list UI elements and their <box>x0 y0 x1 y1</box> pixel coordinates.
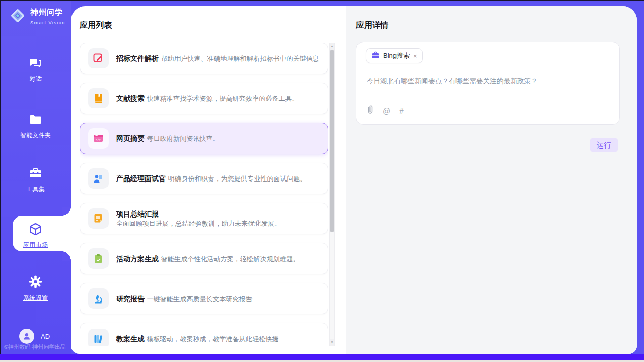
tool-tag-bing-search[interactable]: Bing搜索 × <box>366 48 423 63</box>
sidebar-item-label: 对话 <box>0 75 71 83</box>
app-title: 项目总结汇报 <box>116 210 159 218</box>
book-icon <box>88 88 109 108</box>
diamond-logo-icon <box>9 7 26 26</box>
scroll-up-arrow-icon[interactable]: ▲ <box>330 43 334 50</box>
cube-icon <box>28 222 43 236</box>
app-card-bid-analysis[interactable]: 招标文件解析 帮助用户快速、准确地理解和解析招标书中的关键信息 <box>80 43 328 74</box>
app-title: 文献搜索 <box>116 94 145 102</box>
app-title: 研究报告 <box>116 295 145 303</box>
sidebar-item-toolset[interactable]: 工具集 <box>0 166 71 194</box>
main-content: 应用列表 招标文件解析 帮助用户快速、准确地理解和解析招标书中的关键信息 <box>71 6 637 354</box>
avatar <box>19 329 34 344</box>
app-card-project-summary[interactable]: 项目总结汇报 全面回顾项目进展，总结经验教训，助力未来优化发展。 <box>80 203 328 234</box>
briefcase-icon <box>371 51 380 61</box>
sidebar-item-label: 智能文件夹 <box>0 131 71 140</box>
mention-icon[interactable]: @ <box>383 106 390 115</box>
gear-icon <box>28 275 43 289</box>
scroll-down-arrow-icon[interactable]: ▼ <box>330 339 334 346</box>
scrollbar-thumb[interactable] <box>330 50 334 232</box>
input-toolbar: @ # <box>366 105 404 116</box>
window-top-border <box>0 0 644 1</box>
toolbox-icon <box>28 166 43 180</box>
chat-icon <box>28 56 43 70</box>
sidebar-item-smart-folder[interactable]: 智能文件夹 <box>0 113 71 140</box>
copyright-text: ©神州数码·神州问学出品 <box>4 343 66 351</box>
user-initials: AD <box>41 333 50 340</box>
app-desc: 智能生成个性化活动方案，轻松解决规划难题。 <box>161 255 299 263</box>
sidebar: 神州问学 Smart Vision 对话 智能文件夹 <box>0 0 71 354</box>
browser-code-icon: </> <box>88 128 109 149</box>
sidebar-item-label: 工具集 <box>0 185 71 194</box>
window-left-border <box>0 0 1 354</box>
microscope-icon <box>88 288 109 309</box>
bottom-accent-bar <box>0 354 644 360</box>
close-icon[interactable]: × <box>413 53 417 59</box>
app-desc: 模板驱动，教案秒成，教学准备从此轻松快捷 <box>147 335 278 343</box>
app-card-literature-search[interactable]: 文献搜索 快速精准查找学术资源，提高研究效率的必备工具。 <box>80 83 328 114</box>
app-card-lesson-plan[interactable]: 教案生成 模板驱动，教案秒成，教学准备从此轻松快捷 <box>80 323 328 346</box>
svg-text:</>: </> <box>96 138 101 141</box>
brand-logo: 神州问学 Smart Vision <box>9 7 71 26</box>
app-detail-panel: 应用详情 Bing搜索 × 今日湖北有哪些新闻要点？有哪些需要关注的最新政策？ <box>346 6 637 354</box>
app-list: 招标文件解析 帮助用户快速、准确地理解和解析招标书中的关键信息 文献搜索 快速精… <box>80 43 328 346</box>
sidebar-item-app-market[interactable]: 应用市场 <box>0 222 71 249</box>
brand-name: 神州问学 <box>30 8 63 16</box>
memo-icon <box>88 208 109 229</box>
brand-subtitle: Smart Vision <box>30 20 65 25</box>
app-list-title: 应用列表 <box>80 20 112 31</box>
app-desc: 明确身份和职责，为您提供专业性的面试问题。 <box>168 175 306 183</box>
interviewer-icon <box>88 168 109 189</box>
sidebar-item-label: 应用市场 <box>0 241 71 249</box>
tool-tag-label: Bing搜索 <box>383 51 410 60</box>
app-card-pm-interviewer[interactable]: 产品经理面试官 明确身份和职责，为您提供专业性的面试问题。 <box>80 163 328 194</box>
folder-icon <box>28 113 43 127</box>
paperclip-icon[interactable] <box>366 105 374 116</box>
app-desc: 每日政府新闻资讯快查。 <box>147 135 219 142</box>
app-title: 招标文件解析 <box>116 54 159 62</box>
run-button[interactable]: 运行 <box>590 138 618 152</box>
sidebar-item-label: 系统设置 <box>0 294 71 302</box>
app-title: 网页摘要 <box>116 134 145 142</box>
clipboard-check-icon <box>88 248 109 269</box>
app-title: 产品经理面试官 <box>116 174 166 183</box>
app-desc: 全面回顾项目进展，总结经验教训，助力未来优化发展。 <box>116 220 281 227</box>
app-list-scrollbar[interactable]: ▲ ▼ <box>329 43 335 346</box>
sidebar-item-system-settings[interactable]: 系统设置 <box>0 275 71 302</box>
topic-hash-icon[interactable]: # <box>399 106 403 115</box>
app-desc: 帮助用户快速、准确地理解和解析招标书中的关键信息 <box>161 55 319 62</box>
books-icon <box>88 329 109 346</box>
app-detail-title: 应用详情 <box>356 20 388 31</box>
app-desc: 快速精准查找学术资源，提高研究效率的必备工具。 <box>147 95 298 102</box>
app-title: 活动方案生成 <box>116 255 159 263</box>
query-input[interactable]: 今日湖北有哪些新闻要点？有哪些需要关注的最新政策？ <box>367 77 609 86</box>
app-card-activity-plan[interactable]: 活动方案生成 智能生成个性化活动方案，轻松解决规划难题。 <box>80 243 328 274</box>
app-card-web-summary[interactable]: </> 网页摘要 每日政府新闻资讯快查。 <box>80 123 328 154</box>
app-card-research-report[interactable]: 研究报告 一键智能生成高质量长文本研究报告 <box>80 283 328 314</box>
prompt-card: Bing搜索 × 今日湖北有哪些新闻要点？有哪些需要关注的最新政策？ @ # <box>356 42 620 125</box>
app-title: 教案生成 <box>116 335 145 343</box>
pen-square-icon <box>88 48 109 68</box>
app-desc: 一键智能生成高质量长文本研究报告 <box>147 295 252 303</box>
sidebar-item-chat[interactable]: 对话 <box>0 56 71 83</box>
user-account[interactable]: AD <box>19 329 50 344</box>
